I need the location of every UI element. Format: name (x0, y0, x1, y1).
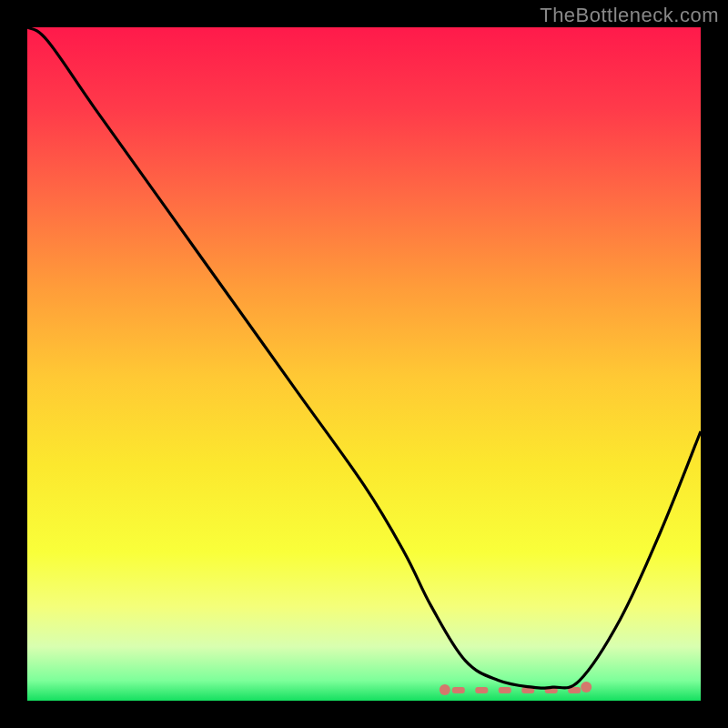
svg-rect-4 (499, 687, 511, 693)
plot-area (27, 27, 701, 701)
curve-layer (27, 27, 701, 701)
svg-rect-3 (475, 687, 488, 693)
watermark-text: TheBottleneck.com (540, 4, 719, 27)
bottleneck-line (27, 27, 701, 688)
chart-container: TheBottleneck.com (0, 0, 728, 728)
svg-point-0 (440, 684, 450, 695)
svg-rect-2 (452, 687, 465, 693)
svg-point-1 (581, 682, 592, 693)
